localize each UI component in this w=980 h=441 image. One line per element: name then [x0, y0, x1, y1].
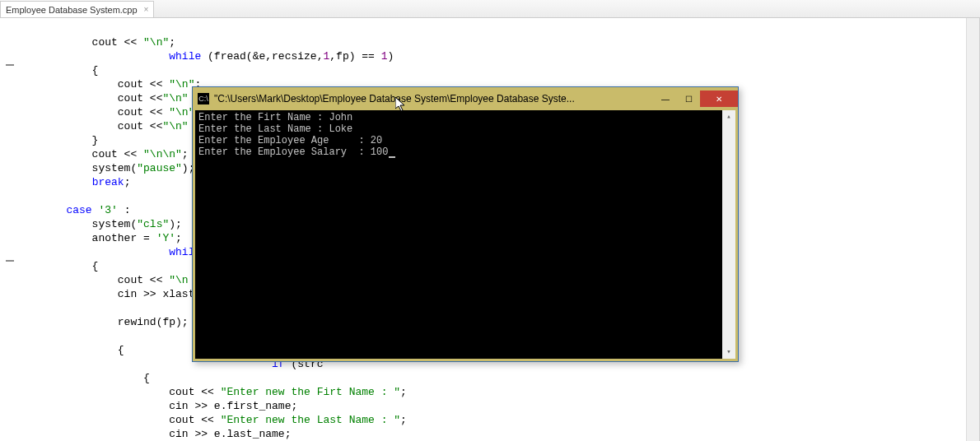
console-line: Enter the Firt Name : John	[198, 112, 732, 123]
file-tab[interactable]: Employee Database System.cpp ×	[0, 1, 154, 17]
kw-while: while	[92, 50, 202, 63]
console-window: C:\ "C:\Users\Mark\Desktop\Employee Data…	[192, 86, 739, 362]
console-title-bar[interactable]: C:\ "C:\Users\Mark\Desktop\Employee Data…	[193, 87, 738, 110]
editor-scrollbar[interactable]	[966, 18, 979, 441]
console-scrollbar[interactable]: ▴ ▾	[722, 110, 735, 359]
console-title: "C:\Users\Mark\Desktop\Employee Database…	[214, 93, 654, 104]
console-line: Enter the Employee Age : 20	[198, 135, 732, 146]
minimize-button[interactable]: —	[654, 91, 677, 107]
file-tab-bar: Employee Database System.cpp ×	[0, 0, 980, 18]
maximize-button[interactable]: ☐	[677, 91, 700, 107]
cursor-icon	[389, 156, 395, 158]
scroll-up-icon[interactable]: ▴	[722, 110, 735, 123]
close-tab-icon[interactable]: ×	[144, 5, 149, 14]
console-output[interactable]: Enter the Firt Name : John Enter the Las…	[195, 110, 735, 359]
console-line: Enter the Last Name : Loke	[198, 123, 732, 135]
console-app-icon: C:\	[198, 93, 209, 104]
fold-gutter	[7, 39, 13, 441]
scroll-down-icon[interactable]: ▾	[722, 346, 735, 359]
close-button[interactable]: ✕	[700, 91, 738, 107]
console-line: Enter the Employee Salary : 100	[198, 146, 732, 158]
file-tab-label: Employee Database System.cpp	[6, 5, 138, 15]
